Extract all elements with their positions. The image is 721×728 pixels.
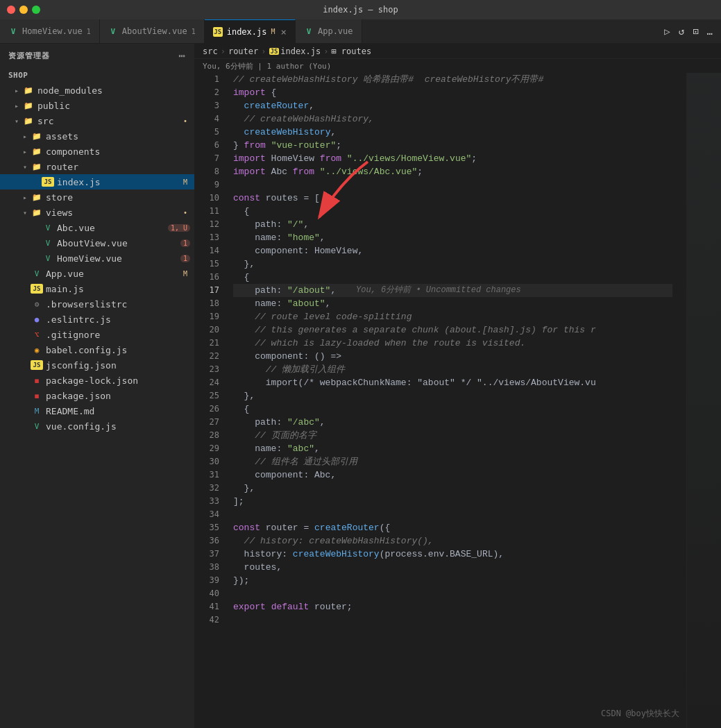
code-line[interactable]: // 组件名 通过头部引用	[233, 455, 672, 468]
code-editor[interactable]: 1234567891011121314151617181920212223242…	[194, 73, 686, 728]
code-line[interactable]	[233, 613, 672, 627]
sidebar-item-views[interactable]: 📁 views •	[0, 205, 194, 220]
sidebar-item-appvue[interactable]: V App.vue M	[0, 266, 194, 281]
sidebar-item-vueconfig[interactable]: V vue.config.js	[0, 418, 194, 434]
code-line[interactable]: },	[233, 257, 672, 271]
sidebar-item-aboutviewvue[interactable]: V AboutView.vue 1	[0, 235, 194, 251]
more-icon[interactable]: …	[704, 24, 715, 38]
sidebar-item-src[interactable]: 📁 src •	[0, 113, 194, 128]
sidebar-item-browserslistrc[interactable]: ⚙ .browserslistrc	[0, 296, 194, 312]
code-line[interactable]: routes,	[233, 561, 672, 574]
split-icon[interactable]: ⊡	[690, 24, 701, 38]
modified-badge: •	[180, 117, 190, 125]
close-dot[interactable]	[7, 6, 15, 14]
line-number: 12	[194, 218, 219, 231]
modified-badge: •	[180, 209, 190, 217]
code-line[interactable]: const router = createRouter({	[233, 521, 672, 534]
code-line[interactable]: // createWebHashHistory 哈希路由带# createWeb…	[233, 73, 672, 86]
sidebar-item-label: App.vue	[46, 269, 180, 279]
code-content[interactable]: // createWebHashHistory 哈希路由带# createWeb…	[228, 73, 686, 728]
debug-icon[interactable]: ↺	[676, 24, 687, 38]
sidebar-item-router[interactable]: 📁 router	[0, 159, 194, 174]
code-line[interactable]: component: Abc,	[233, 468, 672, 482]
sidebar-item-mainjs[interactable]: JS main.js	[0, 281, 194, 296]
code-line[interactable]: {	[233, 271, 672, 284]
code-line[interactable]	[233, 178, 672, 192]
code-line[interactable]: // history: createWebHashHistory(),	[233, 534, 672, 548]
breadcrumb-routes[interactable]: ⊞ routes	[331, 46, 371, 56]
code-line[interactable]: import Abc from "../views/Abc.vue";	[233, 165, 672, 178]
code-line[interactable]: path: "/",	[233, 218, 672, 231]
code-line[interactable]: // this generates a separate chunk (abou…	[233, 323, 672, 337]
code-line[interactable]: });	[233, 574, 672, 587]
code-line[interactable]: {	[233, 403, 672, 416]
vue-icon: V	[108, 26, 118, 36]
md-file-icon: M	[31, 406, 43, 416]
breadcrumb-indexjs[interactable]: index.js	[280, 46, 321, 56]
sidebar-item-eslintrc[interactable]: ● .eslintrc.js	[0, 312, 194, 327]
sidebar-item-abcvue[interactable]: V Abc.vue 1, U	[0, 220, 194, 235]
line-number: 1	[194, 73, 219, 86]
sidebar-item-public[interactable]: 📁 public	[0, 98, 194, 113]
code-line[interactable]: name: "home",	[233, 231, 672, 244]
code-line[interactable]: // 懒加载引入组件	[233, 363, 672, 376]
code-line[interactable]: createWebHistory,	[233, 126, 672, 139]
code-line[interactable]: const routes = [	[233, 192, 672, 205]
breadcrumb-src[interactable]: src	[203, 46, 218, 56]
tab-indexjs-badge: M	[271, 28, 275, 35]
sidebar-item-store[interactable]: 📁 store	[0, 189, 194, 205]
code-line[interactable]: // 页面的名字	[233, 429, 672, 442]
sidebar-item-packagejson[interactable]: ◼ package.json	[0, 388, 194, 403]
code-line[interactable]: history: createWebHistory(process.env.BA…	[233, 548, 672, 561]
code-line[interactable]: export default router;	[233, 600, 672, 613]
chevron-right-icon	[19, 192, 31, 203]
sidebar-item-homeviewvue[interactable]: V HomeView.vue 1	[0, 251, 194, 266]
sidebar-item-node_modules[interactable]: 📁 node_modules	[0, 83, 194, 98]
run-icon[interactable]: ▷	[661, 24, 672, 38]
code-line[interactable]	[233, 587, 672, 600]
code-line[interactable]: },	[233, 389, 672, 403]
sidebar-item-packagelockjson[interactable]: ◼ package-lock.json	[0, 373, 194, 388]
code-line[interactable]: component: () =>	[233, 350, 672, 363]
tab-indexjs[interactable]: JS index.js M ×	[205, 19, 296, 43]
close-icon[interactable]: ×	[281, 26, 287, 37]
sidebar-item-readme[interactable]: M README.md	[0, 403, 194, 418]
sidebar-item-jsconfigjson[interactable]: JS jsconfig.json	[0, 357, 194, 373]
code-line[interactable]: } from "vue-router";	[233, 139, 672, 152]
sidebar-more-icon[interactable]: ⋯	[178, 49, 186, 62]
sidebar-item-indexjs[interactable]: JS index.js M	[0, 174, 194, 189]
sidebar-item-components[interactable]: 📁 components	[0, 144, 194, 159]
minimap[interactable]	[686, 73, 721, 728]
sidebar-item-gitignore[interactable]: ⌥ .gitignore	[0, 327, 194, 342]
code-line[interactable]: import HomeView from "../views/HomeView.…	[233, 152, 672, 165]
config-file-icon: ⚙	[31, 299, 43, 309]
code-line[interactable]: },	[233, 482, 672, 495]
code-line[interactable]: component: HomeView,	[233, 244, 672, 257]
sidebar-item-assets[interactable]: 📁 assets	[0, 128, 194, 144]
tab-appvue[interactable]: V App.vue	[296, 19, 362, 43]
code-line[interactable]: path: "/abc",	[233, 416, 672, 429]
code-line[interactable]: import(/* webpackChunkName: "about" */ "…	[233, 376, 672, 389]
code-line[interactable]: // route level code-splitting	[233, 310, 672, 323]
tab-homeview[interactable]: V HomeView.vue 1	[0, 19, 100, 43]
sidebar-item-label: assets	[46, 131, 194, 142]
breadcrumb-router[interactable]: router	[228, 46, 258, 56]
tab-aboutview[interactable]: V AboutView.vue 1	[100, 19, 205, 43]
code-line[interactable]: // createWebHashHistory,	[233, 112, 672, 126]
maximize-dot[interactable]	[32, 6, 40, 14]
minimize-dot[interactable]	[19, 6, 28, 14]
code-line[interactable]: // which is lazy-loaded when the route i…	[233, 337, 672, 350]
line-number: 2	[194, 86, 219, 99]
code-line[interactable]	[233, 508, 672, 521]
code-line[interactable]: {	[233, 205, 672, 218]
sidebar-item-babelconfig[interactable]: ◉ babel.config.js	[0, 342, 194, 357]
code-line[interactable]: createRouter,	[233, 99, 672, 112]
chevron-down-icon	[19, 161, 31, 172]
npm-file-icon: ◼	[31, 391, 43, 400]
code-line[interactable]: name: "about",	[233, 297, 672, 310]
code-line[interactable]: ];	[233, 495, 672, 508]
sidebar-item-label: package-lock.json	[46, 375, 194, 386]
code-line[interactable]: import {	[233, 86, 672, 99]
code-line[interactable]: path: "/about", You, 6分钟前 • Uncommitted …	[233, 284, 672, 297]
code-line[interactable]: name: "abc",	[233, 442, 672, 455]
